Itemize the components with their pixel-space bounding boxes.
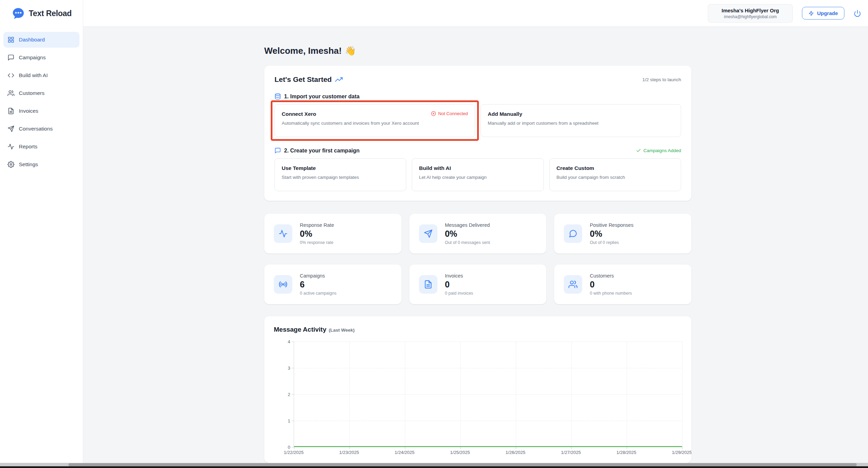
stat-label: Campaigns — [300, 273, 336, 279]
scrollbar-thumb[interactable] — [68, 463, 857, 466]
chart-subtitle: (Last Week) — [329, 328, 355, 333]
stat-sub: Out of 0 replies — [590, 240, 633, 245]
x-circle-icon — [431, 111, 436, 116]
zap-icon — [808, 11, 814, 16]
sidebar-item-label: Invoices — [19, 108, 38, 114]
message-activity-card: Message Activity(Last Week) 012341/22/20… — [264, 316, 691, 463]
app-logo[interactable]: Text Reload — [0, 0, 83, 27]
stat-card-response-rate: Response Rate0%0% response rate — [264, 214, 401, 254]
trending-up-icon — [335, 76, 343, 83]
main-content: Welcome, Imesha! 👋 Let's Get Started 1/2… — [83, 27, 868, 463]
card-use-template[interactable]: Use TemplateStart with proven campaign t… — [275, 158, 406, 191]
y-axis-label: 4 — [274, 339, 290, 344]
stat-label: Customers — [590, 273, 632, 279]
grid-icon — [8, 36, 14, 43]
code-icon — [8, 72, 14, 79]
sidebar-item-campaigns[interactable]: Campaigns — [3, 50, 79, 65]
logout-button[interactable] — [854, 10, 861, 17]
sidebar-item-label: Campaigns — [19, 54, 46, 61]
x-axis-label: 1/24/2025 — [389, 450, 420, 455]
not-connected-badge: Not Connected — [431, 111, 468, 116]
card-description: Build your campaign from scratch — [557, 175, 674, 180]
getting-started-card: Let's Get Started 1/2 steps to launch 1.… — [264, 66, 691, 201]
stat-card-campaigns: Campaigns60 active campaigns — [264, 264, 401, 304]
card-title: Build with AI — [419, 165, 451, 171]
users-icon — [564, 275, 582, 294]
stat-value: 6 — [300, 280, 336, 290]
y-axis-label: 1 — [274, 418, 290, 423]
stat-label: Invoices — [445, 273, 473, 279]
x-axis-label: 1/28/2025 — [611, 450, 642, 455]
card-description: Let AI help create your campaign — [419, 175, 536, 180]
sidebar-item-settings[interactable]: Settings — [3, 157, 79, 172]
sidebar-item-reports[interactable]: Reports — [3, 139, 79, 155]
y-axis-label: 2 — [274, 392, 290, 397]
org-info-box[interactable]: Imesha's HighFlyer Org imesha@highflyerg… — [708, 4, 793, 23]
stat-sub: 0 paid invoices — [445, 291, 473, 296]
message-square-icon — [275, 147, 281, 154]
sidebar-item-build-with-ai[interactable]: Build with AI — [3, 67, 79, 83]
x-axis-label: 1/27/2025 — [556, 450, 586, 455]
sidebar-item-conversations[interactable]: Conversations — [3, 121, 79, 137]
power-icon — [854, 10, 861, 17]
activity-icon — [274, 224, 292, 243]
horizontal-scrollbar[interactable] — [0, 463, 868, 466]
org-name: Imesha's HighFlyer Org — [715, 8, 786, 13]
stat-sub: 0% response rate — [300, 240, 334, 245]
stat-value: 0 — [590, 280, 632, 290]
stat-value: 0% — [590, 229, 633, 239]
stat-sub: Out of 0 messages sent — [445, 240, 490, 245]
check-icon — [636, 148, 641, 153]
chart-plot — [294, 342, 682, 447]
radio-icon — [274, 275, 292, 294]
sidebar-item-invoices[interactable]: Invoices — [3, 103, 79, 119]
sidebar-item-label: Settings — [19, 161, 38, 168]
card-build-with-ai[interactable]: Build with AILet AI help create your cam… — [412, 158, 544, 191]
card-add-manually[interactable]: Add ManuallyManually add or import custo… — [481, 104, 681, 137]
welcome-text: Welcome, Imesha! — [264, 46, 342, 56]
app-name: Text Reload — [29, 9, 72, 18]
stats-row-2: Campaigns60 active campaignsInvoices00 p… — [264, 264, 691, 304]
desktop-edge — [0, 466, 868, 468]
send-icon — [419, 224, 437, 243]
x-axis-label: 1/26/2025 — [500, 450, 531, 455]
card-description: Automatically sync customers and invoice… — [282, 121, 468, 126]
step1-header: 1. Import your customer data — [275, 93, 360, 100]
users-icon — [8, 90, 14, 97]
stat-value: 0% — [445, 229, 490, 239]
stat-value: 0 — [445, 280, 473, 290]
sidebar-item-label: Customers — [19, 90, 44, 96]
upgrade-label: Upgrade — [817, 10, 838, 16]
getting-started-title: Let's Get Started — [275, 75, 343, 84]
card-title: Add Manually — [488, 111, 522, 117]
card-title: Connect Xero — [282, 111, 316, 117]
step2-header: 2. Create your first campaign — [275, 147, 360, 154]
stat-card-messages-delivered: Messages Delivered0%Out of 0 messages se… — [409, 214, 547, 254]
database-icon — [275, 93, 281, 100]
activity-icon — [8, 143, 14, 150]
sidebar-item-customers[interactable]: Customers — [3, 85, 79, 101]
chart-title: Message Activity — [274, 326, 326, 333]
message-circle-icon — [564, 224, 582, 243]
chart-line — [294, 342, 682, 447]
card-create-custom[interactable]: Create CustomBuild your campaign from sc… — [549, 158, 681, 191]
sidebar-item-label: Reports — [19, 144, 37, 150]
x-axis-label: 1/22/2025 — [278, 450, 309, 455]
sidebar-item-dashboard[interactable]: Dashboard — [3, 32, 79, 48]
sidebar: Text Reload DashboardCampaignsBuild with… — [0, 0, 83, 463]
step1-cards: Connect XeroNot ConnectedAutomatically s… — [275, 104, 681, 137]
stats-row-1: Response Rate0%0% response rateMessages … — [264, 214, 691, 254]
x-axis-label: 1/29/2025 — [666, 450, 691, 455]
send-icon — [8, 125, 14, 132]
stat-label: Response Rate — [300, 222, 334, 228]
stat-sub: 0 active campaigns — [300, 291, 336, 296]
file-text-icon — [419, 275, 437, 294]
y-axis-label: 3 — [274, 366, 290, 371]
message-square-icon — [8, 54, 14, 61]
y-axis-label: 0 — [274, 445, 290, 450]
upgrade-button[interactable]: Upgrade — [802, 7, 844, 20]
card-description: Start with proven campaign templates — [282, 175, 399, 180]
card-connect-xero[interactable]: Connect XeroNot ConnectedAutomatically s… — [275, 104, 475, 137]
card-title: Create Custom — [557, 165, 594, 171]
org-email: imesha@highflyerglobal.com — [715, 14, 786, 19]
